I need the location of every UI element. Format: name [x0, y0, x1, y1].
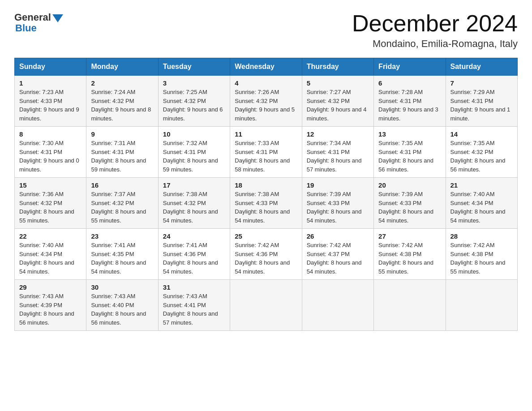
day-cell: 4 Sunrise: 7:26 AMSunset: 4:32 PMDayligh… — [230, 76, 302, 127]
day-number: 11 — [235, 130, 297, 138]
day-number: 17 — [163, 181, 225, 189]
day-info: Sunrise: 7:42 AMSunset: 4:38 PMDaylight:… — [378, 242, 433, 275]
day-cell: 26 Sunrise: 7:42 AMSunset: 4:37 PMDaylig… — [302, 229, 373, 280]
day-info: Sunrise: 7:25 AMSunset: 4:32 PMDaylight:… — [163, 89, 223, 122]
day-cell: 16 Sunrise: 7:37 AMSunset: 4:32 PMDaylig… — [86, 178, 158, 229]
header-friday: Friday — [374, 58, 446, 76]
header-sunday: Sunday — [15, 58, 86, 76]
day-cell: 10 Sunrise: 7:32 AMSunset: 4:31 PMDaylig… — [158, 127, 230, 178]
day-cell — [446, 280, 517, 331]
day-cell: 18 Sunrise: 7:38 AMSunset: 4:33 PMDaylig… — [230, 178, 302, 229]
week-row-5: 29 Sunrise: 7:43 AMSunset: 4:39 PMDaylig… — [15, 280, 518, 331]
day-cell: 22 Sunrise: 7:40 AMSunset: 4:34 PMDaylig… — [15, 229, 86, 280]
day-info: Sunrise: 7:24 AMSunset: 4:32 PMDaylight:… — [91, 89, 151, 122]
day-info: Sunrise: 7:23 AMSunset: 4:33 PMDaylight:… — [19, 89, 79, 122]
day-cell: 30 Sunrise: 7:43 AMSunset: 4:40 PMDaylig… — [86, 280, 158, 331]
day-info: Sunrise: 7:39 AMSunset: 4:33 PMDaylight:… — [307, 191, 362, 224]
day-cell: 12 Sunrise: 7:34 AMSunset: 4:31 PMDaylig… — [302, 127, 373, 178]
day-number: 15 — [19, 181, 82, 189]
day-number: 29 — [19, 283, 82, 291]
title-section: December 2024 Mondaino, Emilia-Romagna, … — [352, 11, 518, 50]
day-info: Sunrise: 7:42 AMSunset: 4:36 PMDaylight:… — [235, 242, 290, 275]
day-cell: 31 Sunrise: 7:43 AMSunset: 4:41 PMDaylig… — [158, 280, 230, 331]
day-info: Sunrise: 7:43 AMSunset: 4:39 PMDaylight:… — [19, 293, 74, 326]
week-row-1: 1 Sunrise: 7:23 AMSunset: 4:33 PMDayligh… — [15, 76, 518, 127]
day-number: 9 — [91, 130, 153, 138]
day-info: Sunrise: 7:42 AMSunset: 4:38 PMDaylight:… — [450, 242, 506, 275]
day-number: 27 — [378, 232, 441, 240]
day-number: 28 — [450, 232, 513, 240]
day-info: Sunrise: 7:32 AMSunset: 4:31 PMDaylight:… — [163, 140, 218, 173]
day-number: 13 — [378, 130, 441, 138]
header-saturday: Saturday — [446, 58, 517, 76]
day-cell: 14 Sunrise: 7:35 AMSunset: 4:32 PMDaylig… — [446, 127, 517, 178]
day-number: 23 — [91, 232, 153, 240]
day-cell: 21 Sunrise: 7:40 AMSunset: 4:34 PMDaylig… — [446, 178, 517, 229]
day-cell: 6 Sunrise: 7:28 AMSunset: 4:31 PMDayligh… — [374, 76, 446, 127]
day-number: 21 — [450, 181, 513, 189]
day-info: Sunrise: 7:33 AMSunset: 4:31 PMDaylight:… — [235, 140, 290, 173]
day-number: 10 — [163, 130, 225, 138]
week-row-4: 22 Sunrise: 7:40 AMSunset: 4:34 PMDaylig… — [15, 229, 518, 280]
day-cell — [302, 280, 373, 331]
day-info: Sunrise: 7:38 AMSunset: 4:33 PMDaylight:… — [235, 191, 290, 224]
day-cell: 29 Sunrise: 7:43 AMSunset: 4:39 PMDaylig… — [15, 280, 86, 331]
day-number: 25 — [235, 232, 297, 240]
day-number: 31 — [163, 283, 225, 291]
day-info: Sunrise: 7:36 AMSunset: 4:32 PMDaylight:… — [19, 191, 74, 224]
logo: General Blue — [14, 13, 63, 34]
day-number: 6 — [378, 79, 441, 87]
day-cell: 1 Sunrise: 7:23 AMSunset: 4:33 PMDayligh… — [15, 76, 86, 127]
day-cell: 5 Sunrise: 7:27 AMSunset: 4:32 PMDayligh… — [302, 76, 373, 127]
day-number: 8 — [19, 130, 82, 138]
day-cell: 3 Sunrise: 7:25 AMSunset: 4:32 PMDayligh… — [158, 76, 230, 127]
logo-arrow-icon — [52, 14, 63, 22]
day-info: Sunrise: 7:43 AMSunset: 4:40 PMDaylight:… — [91, 293, 146, 326]
day-info: Sunrise: 7:38 AMSunset: 4:32 PMDaylight:… — [163, 191, 218, 224]
day-number: 16 — [91, 181, 153, 189]
day-number: 14 — [450, 130, 513, 138]
day-info: Sunrise: 7:40 AMSunset: 4:34 PMDaylight:… — [19, 242, 74, 275]
day-cell: 8 Sunrise: 7:30 AMSunset: 4:31 PMDayligh… — [15, 127, 86, 178]
month-title: December 2024 — [352, 11, 518, 36]
day-info: Sunrise: 7:35 AMSunset: 4:32 PMDaylight:… — [450, 140, 506, 173]
day-info: Sunrise: 7:42 AMSunset: 4:37 PMDaylight:… — [307, 242, 362, 275]
day-cell — [374, 280, 446, 331]
day-number: 22 — [19, 232, 82, 240]
day-number: 5 — [307, 79, 369, 87]
day-cell: 20 Sunrise: 7:39 AMSunset: 4:33 PMDaylig… — [374, 178, 446, 229]
day-number: 19 — [307, 181, 369, 189]
day-number: 24 — [163, 232, 225, 240]
day-cell: 19 Sunrise: 7:39 AMSunset: 4:33 PMDaylig… — [302, 178, 373, 229]
day-info: Sunrise: 7:28 AMSunset: 4:31 PMDaylight:… — [378, 89, 438, 122]
day-cell: 13 Sunrise: 7:35 AMSunset: 4:31 PMDaylig… — [374, 127, 446, 178]
day-number: 26 — [307, 232, 369, 240]
day-info: Sunrise: 7:37 AMSunset: 4:32 PMDaylight:… — [91, 191, 146, 224]
day-info: Sunrise: 7:27 AMSunset: 4:32 PMDaylight:… — [307, 89, 367, 122]
header-monday: Monday — [86, 58, 158, 76]
day-info: Sunrise: 7:40 AMSunset: 4:34 PMDaylight:… — [450, 191, 506, 224]
header-wednesday: Wednesday — [230, 58, 302, 76]
logo-general-text: General — [14, 13, 51, 22]
day-cell: 25 Sunrise: 7:42 AMSunset: 4:36 PMDaylig… — [230, 229, 302, 280]
day-cell: 2 Sunrise: 7:24 AMSunset: 4:32 PMDayligh… — [86, 76, 158, 127]
logo-blue-text: Blue — [15, 22, 37, 34]
header-tuesday: Tuesday — [158, 58, 230, 76]
day-number: 12 — [307, 130, 369, 138]
day-cell: 24 Sunrise: 7:41 AMSunset: 4:36 PMDaylig… — [158, 229, 230, 280]
day-cell — [230, 280, 302, 331]
day-cell: 15 Sunrise: 7:36 AMSunset: 4:32 PMDaylig… — [15, 178, 86, 229]
day-cell: 28 Sunrise: 7:42 AMSunset: 4:38 PMDaylig… — [446, 229, 517, 280]
day-cell: 9 Sunrise: 7:31 AMSunset: 4:31 PMDayligh… — [86, 127, 158, 178]
day-info: Sunrise: 7:29 AMSunset: 4:31 PMDaylight:… — [450, 89, 511, 122]
day-cell: 17 Sunrise: 7:38 AMSunset: 4:32 PMDaylig… — [158, 178, 230, 229]
day-cell: 7 Sunrise: 7:29 AMSunset: 4:31 PMDayligh… — [446, 76, 517, 127]
day-info: Sunrise: 7:41 AMSunset: 4:36 PMDaylight:… — [163, 242, 218, 275]
page-header: General Blue December 2024 Mondaino, Emi… — [14, 11, 518, 50]
day-cell: 11 Sunrise: 7:33 AMSunset: 4:31 PMDaylig… — [230, 127, 302, 178]
header-thursday: Thursday — [302, 58, 373, 76]
day-info: Sunrise: 7:43 AMSunset: 4:41 PMDaylight:… — [163, 293, 218, 326]
day-info: Sunrise: 7:35 AMSunset: 4:31 PMDaylight:… — [378, 140, 433, 173]
day-info: Sunrise: 7:26 AMSunset: 4:32 PMDaylight:… — [235, 89, 295, 122]
calendar-table: SundayMondayTuesdayWednesdayThursdayFrid… — [14, 58, 518, 331]
